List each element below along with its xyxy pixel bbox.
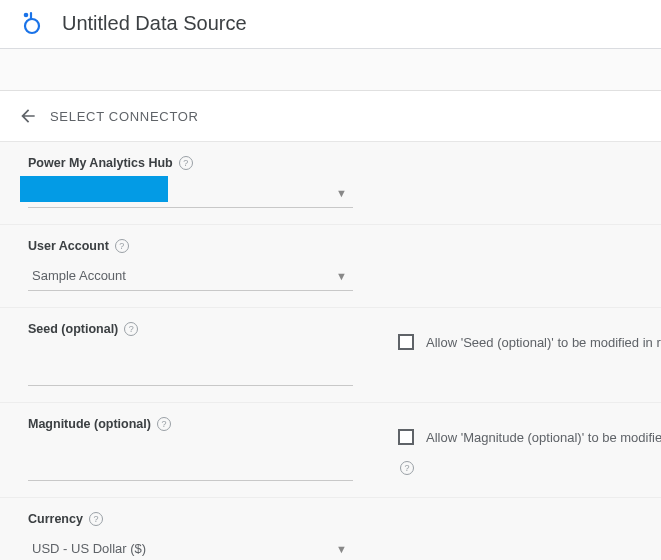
section-user-account: User Account ? Sample Account ▼ <box>0 225 661 308</box>
help-icon[interactable]: ? <box>124 322 138 336</box>
hub-label: Power My Analytics Hub <box>28 156 173 170</box>
seed-allow-row: Allow 'Seed (optional)' to be modified i… <box>398 334 661 350</box>
toolbar-spacer <box>0 49 661 91</box>
nav-label: SELECT CONNECTOR <box>50 109 199 124</box>
currency-label: Currency <box>28 512 83 526</box>
currency-select[interactable]: USD - US Dollar ($) ▼ <box>28 534 353 560</box>
help-icon[interactable]: ? <box>157 417 171 431</box>
seed-label: Seed (optional) <box>28 322 118 336</box>
section-seed: Seed (optional) ? Allow 'Seed (optional)… <box>0 308 661 403</box>
help-icon[interactable]: ? <box>115 239 129 253</box>
seed-label-row: Seed (optional) ? <box>28 322 368 336</box>
user-account-select[interactable]: Sample Account ▼ <box>28 261 353 291</box>
svg-point-1 <box>24 13 29 18</box>
magnitude-input[interactable] <box>28 453 353 481</box>
section-magnitude: Magnitude (optional) ? Allow 'Magnitude … <box>0 403 661 498</box>
magnitude-extra-help: ? <box>400 459 661 475</box>
chevron-down-icon: ▼ <box>336 543 347 555</box>
user-account-label: User Account <box>28 239 109 253</box>
back-arrow-icon[interactable] <box>18 106 38 126</box>
seed-input[interactable] <box>28 358 353 386</box>
magnitude-allow-label: Allow 'Magnitude (optional)' to be modif… <box>426 430 661 445</box>
hub-select[interactable]: ▼ <box>28 178 353 208</box>
help-icon[interactable]: ? <box>89 512 103 526</box>
magnitude-allow-checkbox[interactable] <box>398 429 414 445</box>
app-logo-icon <box>18 10 44 36</box>
magnitude-label-row: Magnitude (optional) ? <box>28 417 368 431</box>
help-icon[interactable]: ? <box>179 156 193 170</box>
help-icon[interactable]: ? <box>400 461 414 475</box>
hub-label-row: Power My Analytics Hub ? <box>28 156 633 170</box>
user-account-value: Sample Account <box>32 268 126 283</box>
user-account-label-row: User Account ? <box>28 239 633 253</box>
seed-allow-label: Allow 'Seed (optional)' to be modified i… <box>426 335 661 350</box>
section-currency: Currency ? USD - US Dollar ($) ▼ <box>0 498 661 560</box>
page-title[interactable]: Untitled Data Source <box>62 12 247 35</box>
section-hub: Power My Analytics Hub ? ▼ <box>0 142 661 225</box>
seed-allow-checkbox[interactable] <box>398 334 414 350</box>
svg-point-0 <box>25 19 39 33</box>
chevron-down-icon: ▼ <box>336 270 347 282</box>
currency-value: USD - US Dollar ($) <box>32 541 146 556</box>
currency-label-row: Currency ? <box>28 512 633 526</box>
chevron-down-icon: ▼ <box>336 187 347 199</box>
hub-redacted-value <box>20 176 168 202</box>
breadcrumb-nav: SELECT CONNECTOR <box>0 91 661 141</box>
header: Untitled Data Source <box>0 0 661 48</box>
magnitude-label: Magnitude (optional) <box>28 417 151 431</box>
magnitude-allow-row: Allow 'Magnitude (optional)' to be modif… <box>398 429 661 445</box>
form-area: Power My Analytics Hub ? ▼ User Account … <box>0 141 661 560</box>
